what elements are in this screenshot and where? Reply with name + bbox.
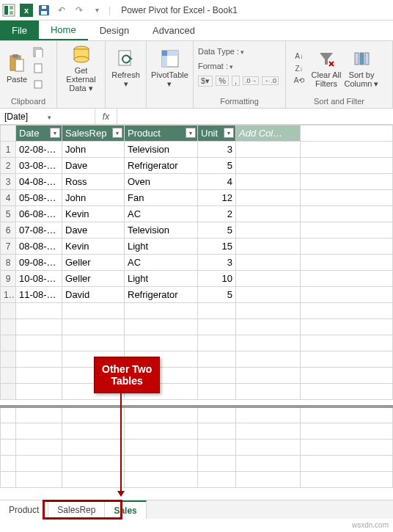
- cell-product[interactable]: Light: [125, 271, 198, 287]
- decrease-decimal-icon[interactable]: ←.0: [262, 76, 279, 85]
- table-row[interactable]: 203-08-…DaveRefrigerator5: [1, 158, 393, 174]
- cell-empty[interactable]: [236, 174, 301, 190]
- cell-product[interactable]: Oven: [125, 174, 198, 190]
- cell-unit[interactable]: 4: [198, 174, 236, 190]
- cell-salesrep[interactable]: Kevin: [62, 238, 125, 255]
- increase-decimal-icon[interactable]: .0→: [243, 76, 260, 85]
- cell-empty[interactable]: [236, 142, 301, 158]
- cell-empty[interactable]: [236, 271, 301, 287]
- get-external-data-button[interactable]: Get External Data ▾: [62, 44, 100, 92]
- row-header[interactable]: 9: [1, 271, 16, 287]
- table-row[interactable]: 102-08-…JohnTelevision3: [1, 142, 393, 158]
- select-all-corner[interactable]: [1, 125, 16, 142]
- cell-date[interactable]: 08-08-…: [16, 238, 62, 255]
- tab-home[interactable]: Home: [39, 21, 88, 40]
- fx-icon[interactable]: fx: [95, 109, 117, 124]
- cell-empty[interactable]: [301, 174, 393, 190]
- cell-empty[interactable]: [301, 206, 393, 222]
- row-header[interactable]: 10: [1, 287, 16, 303]
- cell-date[interactable]: 07-08-…: [16, 222, 62, 238]
- refresh-button[interactable]: Refresh ▾: [110, 44, 142, 92]
- cell-date[interactable]: 11-08-…: [16, 287, 62, 303]
- cell-salesrep[interactable]: John: [62, 190, 125, 206]
- comma-icon[interactable]: ,: [232, 76, 240, 86]
- table-row[interactable]: 708-08-…KevinLight15: [1, 238, 393, 255]
- copy-icon[interactable]: [31, 61, 45, 76]
- formula-input[interactable]: [117, 109, 393, 124]
- col-header-date[interactable]: Date▾: [16, 125, 62, 142]
- pivot-table-button[interactable]: PivotTable ▾: [151, 44, 188, 92]
- cell-product[interactable]: Refrigerator: [125, 158, 198, 174]
- cell-empty[interactable]: [301, 255, 393, 271]
- tab-advanced[interactable]: Advanced: [141, 21, 207, 40]
- cell-empty[interactable]: [301, 238, 393, 255]
- cell-salesrep[interactable]: Dave: [62, 222, 125, 238]
- cell-empty[interactable]: [301, 222, 393, 238]
- cell-empty[interactable]: [236, 222, 301, 238]
- table-row[interactable]: 405-08-…JohnFan12: [1, 190, 393, 206]
- cell-empty[interactable]: [236, 190, 301, 206]
- row-header[interactable]: 3: [1, 174, 16, 190]
- cell-unit[interactable]: 10: [198, 271, 236, 287]
- currency-icon[interactable]: $▾: [198, 76, 213, 87]
- row-header[interactable]: 4: [1, 190, 16, 206]
- row-header[interactable]: 8: [1, 255, 16, 271]
- cell-product[interactable]: Refrigerator: [125, 287, 198, 303]
- cell-salesrep[interactable]: John: [62, 142, 125, 158]
- table-row[interactable]: 1011-08-…DavidRefrigerator5: [1, 287, 393, 303]
- cell-date[interactable]: 04-08-…: [16, 174, 62, 190]
- format-painter-icon[interactable]: [31, 77, 45, 92]
- cell-date[interactable]: 02-08-…: [16, 142, 62, 158]
- cell-product[interactable]: Fan: [125, 190, 198, 206]
- cell-unit[interactable]: 5: [198, 287, 236, 303]
- add-column[interactable]: Add Column: [236, 125, 301, 142]
- sheet-tab-salesrep[interactable]: SalesRep: [48, 500, 105, 519]
- percent-icon[interactable]: %: [216, 76, 229, 86]
- row-header[interactable]: 2: [1, 158, 16, 174]
- col-header-product[interactable]: Product▾: [125, 125, 198, 142]
- cell-product[interactable]: AC: [125, 255, 198, 271]
- cell-date[interactable]: 06-08-…: [16, 206, 62, 222]
- cell-date[interactable]: 05-08-…: [16, 190, 62, 206]
- cell-product[interactable]: AC: [125, 206, 198, 222]
- cell-empty[interactable]: [301, 158, 393, 174]
- cell-date[interactable]: 10-08-…: [16, 271, 62, 287]
- row-header[interactable]: 6: [1, 222, 16, 238]
- format-dropdown[interactable]: Format :: [195, 59, 284, 73]
- table-row[interactable]: 607-08-…DaveTelevision5: [1, 222, 393, 238]
- cell-empty[interactable]: [236, 238, 301, 255]
- sort-desc-icon[interactable]: Z↓: [292, 62, 306, 75]
- cell-empty[interactable]: [236, 255, 301, 271]
- sort-by-column-button[interactable]: Sort by Column ▾: [343, 44, 380, 92]
- redo-icon[interactable]: ↷: [71, 2, 87, 18]
- cell-empty[interactable]: [301, 142, 393, 158]
- save-icon[interactable]: [36, 2, 52, 18]
- paste-button[interactable]: Paste: [4, 44, 29, 92]
- cell-unit[interactable]: 12: [198, 190, 236, 206]
- table-row[interactable]: 304-08-…RossOven4: [1, 174, 393, 190]
- cell-unit[interactable]: 3: [198, 142, 236, 158]
- qat-dropdown-icon[interactable]: ▾: [89, 2, 105, 18]
- table-row[interactable]: 506-08-…KevinAC2: [1, 206, 393, 222]
- tab-file[interactable]: File: [0, 21, 39, 40]
- row-header[interactable]: 7: [1, 238, 16, 255]
- sort-asc-icon[interactable]: A↓: [292, 50, 306, 62]
- cell-salesrep[interactable]: Ross: [62, 174, 125, 190]
- clear-sort-icon[interactable]: A⟲: [292, 74, 306, 87]
- measure-grid[interactable]: [0, 405, 393, 488]
- cell-empty[interactable]: [236, 287, 301, 303]
- cell-date[interactable]: 03-08-…: [16, 158, 62, 174]
- sheet-tab-product[interactable]: Product: [0, 500, 48, 519]
- col-header-salesrep[interactable]: SalesRep▾: [62, 125, 125, 142]
- table-row[interactable]: 809-08-…GellerAC3: [1, 255, 393, 271]
- cell-empty[interactable]: [236, 206, 301, 222]
- cell-unit[interactable]: 5: [198, 222, 236, 238]
- tab-design[interactable]: Design: [88, 21, 141, 40]
- chevron-down-icon[interactable]: [48, 112, 91, 122]
- cell-salesrep[interactable]: Kevin: [62, 206, 125, 222]
- cell-empty[interactable]: [236, 158, 301, 174]
- cut-icon[interactable]: [31, 45, 45, 59]
- cell-unit[interactable]: 2: [198, 206, 236, 222]
- cell-unit[interactable]: 3: [198, 255, 236, 271]
- cell-product[interactable]: Television: [125, 142, 198, 158]
